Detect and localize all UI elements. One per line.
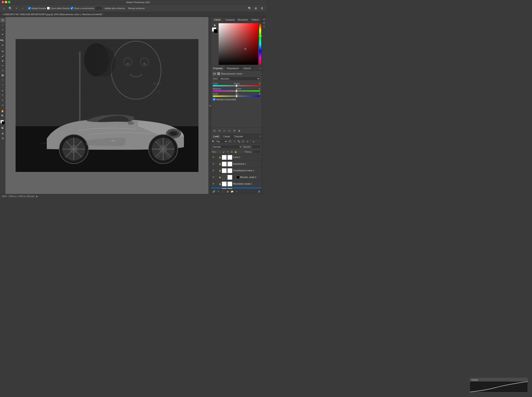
gradient-tool[interactable]: ▦ <box>0 73 5 77</box>
props-panel-close[interactable]: ≡ <box>260 67 261 70</box>
layer-eye-curve1[interactable]: 👁 <box>212 156 215 159</box>
background-color[interactable] <box>2 121 5 124</box>
tab-regolazioni[interactable]: Regolazioni <box>225 66 241 71</box>
quick-mask-tool[interactable]: ⬕ <box>0 125 5 130</box>
layer-item-bil1[interactable]: 👁 🔒 Bilanciamento colore 1 <box>211 187 262 189</box>
tab-livelli[interactable]: Livelli <box>211 134 221 139</box>
cyan-thumb[interactable] <box>236 85 237 87</box>
layer-eye-cons1[interactable]: 👁 <box>212 169 215 172</box>
lb-adj-btn[interactable]: ◑ <box>226 190 229 193</box>
yellow-track[interactable] <box>213 95 260 97</box>
maximize-button[interactable] <box>8 1 10 3</box>
pen-tool[interactable]: ✏ <box>0 88 5 93</box>
lasso-tool[interactable]: ⌗ <box>0 27 5 32</box>
lb-mask-btn[interactable]: ⬚ <box>221 190 225 193</box>
layer-link-cons1[interactable] <box>215 169 218 172</box>
props-icon-3[interactable]: ✂ <box>222 129 227 133</box>
color-panel-arrow[interactable]: ▶ <box>214 24 216 27</box>
lock-move[interactable]: ✛ <box>226 150 229 154</box>
adatta-finestre-checkbox[interactable] <box>28 7 31 10</box>
status-arrow[interactable]: ▶ <box>36 195 38 198</box>
opacity-input[interactable]: 100% <box>252 145 261 149</box>
lb-group-btn[interactable]: 📁 <box>230 190 234 193</box>
lock-artboard[interactable]: ⊞ <box>230 150 233 154</box>
healing-tool[interactable]: ⊕ <box>0 49 5 54</box>
tab-pattern[interactable]: Pattern <box>249 17 262 22</box>
layer-item-cons1[interactable]: 👁 🔒 Consultazione colore 1 <box>211 167 262 174</box>
minimize-button[interactable] <box>5 1 7 3</box>
props-icon-6[interactable]: 🗑 <box>237 129 241 133</box>
tone-select[interactable]: Mezzitoni Luci Ombre <box>219 77 260 81</box>
move-tool[interactable]: ✛ <box>0 18 5 22</box>
shape-tool[interactable]: ▭ <box>0 103 5 107</box>
stamp-tool[interactable]: ⊗ <box>0 59 5 63</box>
lb-delete-btn[interactable]: 🗑 <box>257 190 261 193</box>
layer-eye-exp1[interactable]: 👁 <box>212 163 215 166</box>
lock-transparency[interactable]: ⬚ <box>218 150 222 154</box>
color-spectrum[interactable] <box>219 23 258 65</box>
dodge-tool[interactable]: ○ <box>0 82 5 87</box>
bg-swatch[interactable] <box>214 29 218 33</box>
home-button[interactable]: ⌂ <box>1 6 7 11</box>
frame-tool[interactable]: ⊞ <box>0 131 5 136</box>
layer-link-curve1[interactable] <box>215 156 218 159</box>
layer-item-misc2[interactable]: 👁 🔒 Miscelat...anale 2 <box>211 174 262 181</box>
layers-filter-select[interactable]: Tipo <box>215 140 228 143</box>
collapse-panel-button[interactable]: ◀ <box>209 17 211 194</box>
magic-wand-tool[interactable]: ✦ <box>0 32 5 37</box>
hue-bar[interactable] <box>259 23 261 65</box>
search-button[interactable]: 🔍 <box>247 6 252 11</box>
zoom-in-button[interactable]: + <box>14 6 19 11</box>
lock-paint[interactable]: 🖌 <box>222 150 226 154</box>
lt-btn-4[interactable]: Ⓒ <box>241 140 245 143</box>
cyan-track[interactable] <box>213 85 260 86</box>
mode-select[interactable]: Normale <box>212 145 242 149</box>
mini-right-btn-1[interactable]: ▸▸ <box>262 18 266 21</box>
path-select-tool[interactable]: ↖ <box>0 98 5 103</box>
select-tool[interactable]: ⬚ <box>0 23 5 27</box>
props-icon-1[interactable]: ⊟ <box>212 129 216 133</box>
lb-link-btn[interactable]: 🔗 <box>212 190 216 193</box>
fill-input[interactable]: 100% <box>253 150 261 154</box>
eyedropper-tool[interactable]: ✒ <box>0 43 5 48</box>
mini-right-btn-3[interactable]: ⬆ <box>262 25 266 28</box>
yellow-thumb[interactable] <box>236 95 237 97</box>
adatta-schermo-button[interactable]: Adatta allo schermo <box>103 6 126 11</box>
lt-btn-3[interactable]: 🔧 <box>237 140 241 143</box>
lb-fx-btn[interactable]: fx <box>216 190 220 193</box>
zoom-out-button[interactable]: − <box>20 6 25 11</box>
layer-item-misc1[interactable]: 👁 🔒 Miscelatore canale 1 <box>211 181 262 187</box>
zoom-tool[interactable]: 🔍 <box>0 114 5 118</box>
lock-all[interactable]: 🔒 <box>234 150 237 154</box>
eraser-tool[interactable]: ◻ <box>0 68 5 73</box>
layer-item-curve1[interactable]: 👁 🔒 Curve 1 <box>211 154 262 161</box>
blur-tool[interactable]: ◌ <box>0 78 5 82</box>
tab-librerie[interactable]: Librerie <box>241 66 253 71</box>
brush-tool[interactable]: 🖌 <box>0 54 5 58</box>
lt-toggle-filter[interactable]: ● <box>252 140 255 143</box>
layer-item-exp1[interactable]: 👁 🔒 Esposizione 1 <box>211 161 262 167</box>
zoom-finestre-checkbox[interactable] <box>47 7 50 10</box>
layer-link-misc2[interactable] <box>215 176 218 179</box>
artboard-tool[interactable]: ⊟ <box>0 136 5 141</box>
type-tool[interactable]: T <box>0 93 5 98</box>
tab-tracciati[interactable]: Tracciati <box>232 134 245 139</box>
tab-close-icon[interactable]: × <box>1 13 2 16</box>
layer-link-exp1[interactable] <box>215 163 218 166</box>
tab-colore[interactable]: Colore <box>211 17 224 22</box>
layer-eye-misc1[interactable]: 👁 <box>212 182 215 186</box>
mini-right-btn-2[interactable]: ⊞ <box>262 21 266 25</box>
lt-btn-1[interactable]: Ⓐ <box>228 140 232 143</box>
luminosita-checkbox[interactable] <box>213 98 215 101</box>
close-button[interactable] <box>2 1 4 3</box>
props-icon-5[interactable]: 👁 <box>232 129 236 133</box>
hand-tool[interactable]: ✋ <box>0 109 5 113</box>
props-icon-4[interactable]: ↺ <box>227 129 232 133</box>
adatta-finestre-label[interactable]: Adatta finestre <box>28 7 46 10</box>
tab-canali[interactable]: Canali <box>221 134 232 139</box>
tab-sfumature[interactable]: Sfumature <box>236 17 249 22</box>
share-button[interactable]: ⬆ <box>259 6 265 11</box>
magenta-track[interactable] <box>213 90 260 92</box>
layer-link-misc1[interactable] <box>215 182 218 186</box>
magenta-thumb[interactable] <box>236 90 237 92</box>
